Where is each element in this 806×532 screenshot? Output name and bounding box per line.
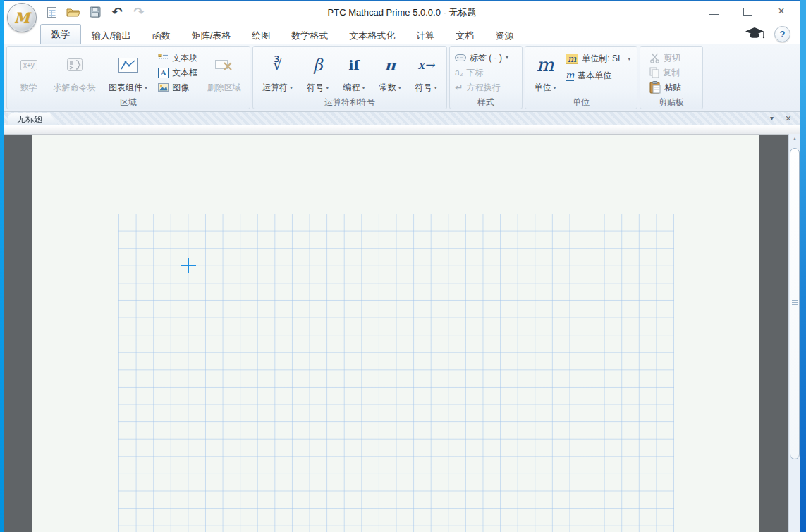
- solve-block-button: 求解命令块: [49, 48, 101, 97]
- copy-label: 复制: [663, 67, 680, 79]
- equation-break-icon: ↵: [455, 82, 463, 93]
- tab-functions[interactable]: 函数: [142, 27, 181, 44]
- programming-label: 编程: [343, 82, 360, 94]
- close-tab-icon[interactable]: ×: [786, 113, 791, 124]
- text-box-icon: A: [158, 68, 169, 78]
- ribbon-group-style: 标签 ( - ) ▾ a₂ 下标 ↵ 方程换行 样式: [449, 46, 523, 109]
- math-region-icon: x+y: [20, 60, 37, 70]
- operators-group-label: 运算符和符号: [253, 97, 446, 109]
- scrollbar-grip-icon: [792, 307, 798, 307]
- symbolics-button[interactable]: x→ 符号 ▾: [412, 48, 441, 97]
- app-logo-button[interactable]: M: [7, 3, 37, 32]
- text-block-label: 文本块: [172, 52, 197, 64]
- copy-button: 复制: [647, 66, 700, 80]
- paste-label: 粘贴: [664, 82, 681, 94]
- delete-region-label: 删除区域: [207, 82, 241, 94]
- worksheet-area: ▲: [4, 125, 800, 532]
- symbols-button[interactable]: β 符号 ▾: [303, 48, 332, 97]
- cube-root-icon: ∛: [273, 56, 282, 73]
- label-tag-icon: [455, 54, 466, 61]
- units-group-body: m 单位 ▾ m 单位制: SI ▾ m 基本单位: [525, 47, 637, 97]
- document-tab-untitled[interactable]: 无标题: [8, 113, 59, 126]
- text-block-button[interactable]: 文本块: [155, 51, 200, 65]
- minimize-button[interactable]: [706, 4, 721, 18]
- text-box-button[interactable]: A 文本框: [155, 66, 200, 80]
- mathcad-logo-icon: M: [14, 9, 30, 26]
- window-title: PTC Mathcad Prime 5.0.0.0 - 无标题: [4, 6, 800, 19]
- minimize-icon: [709, 14, 719, 15]
- tab-text-formatting[interactable]: 文本格式化: [338, 27, 405, 44]
- units-m-icon: m: [537, 56, 554, 74]
- labels-label: 标签 ( - ): [470, 52, 502, 64]
- text-box-label: 文本框: [172, 67, 197, 79]
- subscript-icon: a₂: [455, 68, 463, 78]
- programming-button[interactable]: if 编程 ▾: [339, 48, 368, 97]
- document-tab-bar: 无标题 ▾ ×: [4, 111, 800, 125]
- image-icon: [158, 83, 169, 92]
- units-group-label: 单位: [525, 97, 637, 109]
- chevron-down-icon[interactable]: ▾: [506, 55, 508, 61]
- paste-button[interactable]: 粘贴: [647, 81, 700, 94]
- unit-system-button[interactable]: m 单位制: SI ▾: [563, 52, 635, 66]
- window-border-left: [0, 0, 4, 532]
- math-region-label: 数学: [20, 82, 37, 94]
- unit-system-icon: m: [566, 54, 578, 64]
- chevron-down-icon[interactable]: ▾: [628, 56, 630, 62]
- delete-region-button: 删除区域: [200, 48, 248, 97]
- scroll-up-arrow-icon: ▲: [793, 136, 798, 141]
- chevron-down-icon[interactable]: ▾: [326, 85, 329, 91]
- scroll-up-button[interactable]: ▲: [789, 134, 800, 143]
- base-units-icon: m: [566, 70, 574, 81]
- ribbon-group-operators-symbols: ∛ 运算符 ▾ β 符号 ▾ if 编程 ▾: [252, 46, 447, 109]
- maximize-icon: [743, 8, 752, 16]
- tab-math-formatting[interactable]: 数学格式: [281, 27, 338, 44]
- tab-matrices-tables[interactable]: 矩阵/表格: [181, 27, 242, 44]
- style-group-label: 样式: [450, 97, 522, 109]
- tab-resources[interactable]: 资源: [484, 27, 524, 44]
- learning-center-button[interactable]: [745, 27, 765, 40]
- operators-group-body: ∛ 运算符 ▾ β 符号 ▾ if 编程 ▾: [253, 47, 446, 97]
- clipboard-group-label: 剪贴板: [640, 97, 702, 109]
- subscript-label: 下标: [466, 67, 483, 79]
- graduation-cap-icon: [745, 27, 765, 40]
- chart-component-icon: [118, 58, 138, 73]
- chevron-down-icon[interactable]: ▾: [434, 85, 437, 91]
- chevron-down-icon[interactable]: ▾: [553, 85, 556, 91]
- maximize-button[interactable]: [740, 4, 755, 18]
- ribbon: x+y 数学 求解命令块: [4, 44, 800, 111]
- tab-math[interactable]: 数学: [40, 24, 81, 44]
- chevron-down-icon[interactable]: ▾: [362, 85, 365, 91]
- constants-button[interactable]: π 常数 ▾: [376, 48, 405, 97]
- unit-system-label: 单位制: SI: [582, 53, 620, 65]
- text-block-icon: [158, 53, 169, 63]
- close-button[interactable]: ×: [774, 4, 789, 18]
- solve-block-label: 求解命令块: [54, 82, 96, 94]
- tab-list-dropdown-icon[interactable]: ▾: [770, 114, 774, 122]
- units-label: 单位: [534, 82, 551, 94]
- ribbon-tab-bar: 数学 输入/输出 函数 矩阵/表格 绘图 数学格式 文本格式化 计算 文档 资源…: [4, 21, 800, 46]
- vertical-scrollbar[interactable]: ▲: [788, 134, 800, 532]
- tab-document[interactable]: 文档: [445, 27, 484, 44]
- chart-component-button[interactable]: 图表组件 ▾: [101, 48, 156, 97]
- help-button[interactable]: ?: [774, 26, 790, 42]
- tab-input-output[interactable]: 输入/输出: [81, 27, 142, 44]
- labels-button[interactable]: 标签 ( - ) ▾: [452, 51, 520, 65]
- constants-label: 常数: [379, 82, 396, 94]
- title-bar: ↶ ↷ PTC Mathcad Prime 5.0.0.0 - 无标题 ×: [4, 1, 800, 21]
- cursor-crosshair: [188, 258, 189, 273]
- scrollbar-thumb[interactable]: [790, 148, 800, 459]
- image-button[interactable]: 图像: [155, 81, 200, 94]
- scrollbar-grip-icon: [792, 302, 798, 303]
- pi-icon: π: [384, 56, 395, 74]
- operators-label: 运算符: [262, 82, 288, 94]
- base-units-button[interactable]: m 基本单位: [563, 69, 635, 82]
- tab-calculation[interactable]: 计算: [405, 27, 445, 44]
- worksheet-page[interactable]: [32, 135, 759, 532]
- worksheet-grid[interactable]: [118, 214, 674, 532]
- operators-button[interactable]: ∛ 运算符 ▾: [259, 48, 296, 97]
- chevron-down-icon[interactable]: ▾: [290, 85, 293, 91]
- chevron-down-icon[interactable]: ▾: [398, 85, 401, 91]
- units-button[interactable]: m 单位 ▾: [527, 48, 563, 97]
- chevron-down-icon[interactable]: ▾: [145, 85, 147, 91]
- tab-plots[interactable]: 绘图: [241, 27, 281, 44]
